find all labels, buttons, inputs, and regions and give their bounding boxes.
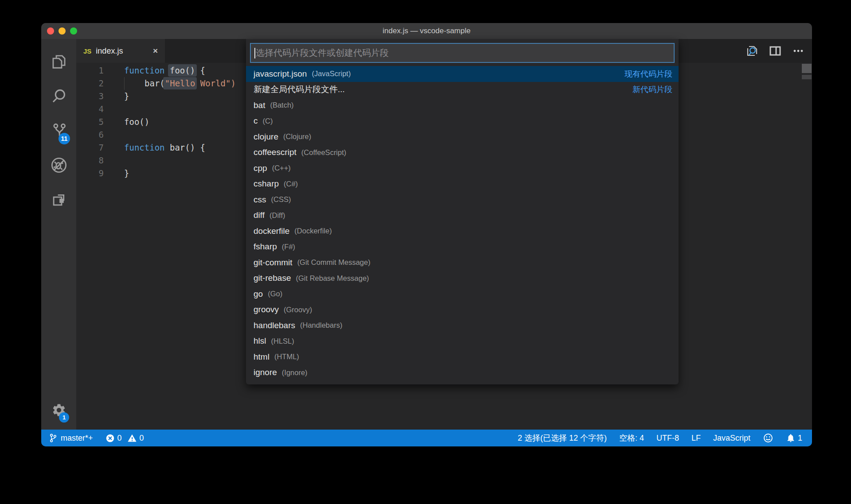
sidebar-item-source-control[interactable]: 11 (41, 113, 76, 148)
quickpick-item-description: (C#) (284, 180, 298, 188)
quickpick-item-name: cpp (254, 163, 267, 173)
eol-status[interactable]: LF (691, 434, 701, 443)
quickpick-item-description: (Dockerfile) (294, 227, 332, 235)
feedback-smiley-icon[interactable] (763, 433, 773, 443)
quickpick-item[interactable]: csharp(C#) (246, 176, 679, 192)
quickpick-item-description: (HTML) (274, 353, 299, 361)
sidebar-item-explorer[interactable] (41, 44, 76, 79)
quickpick-item-description: (Diff) (269, 211, 285, 220)
quickpick-item-description: (JavaScript) (312, 70, 351, 78)
quickpick-item-name: dockerfile (254, 226, 289, 236)
tab-close-icon[interactable]: × (153, 46, 158, 56)
title-bar[interactable]: index.js — vscode-sample (41, 23, 812, 39)
quickpick-item[interactable]: javascript.json(JavaScript)现有代码片段 (246, 66, 679, 82)
language-mode-status[interactable]: JavaScript (713, 434, 750, 443)
code-text: } (124, 90, 129, 103)
notification-count: 1 (798, 434, 802, 443)
quickpick-item-description: (Git Rebase Message) (296, 274, 369, 283)
quickpick-item[interactable]: git-rebase(Git Rebase Message) (246, 271, 679, 287)
source-control-badge: 11 (59, 133, 70, 144)
quickpick-item[interactable]: bat(Batch) (246, 97, 679, 113)
line-number: 3 (76, 90, 104, 103)
quickpick-item-name: ignore (254, 368, 277, 377)
code-text: function foo() { (124, 64, 205, 77)
quickpick-item[interactable]: coffeescript(CoffeeScript) (246, 145, 679, 161)
sidebar-item-search[interactable] (41, 79, 76, 113)
activity-bar: 11 (41, 39, 76, 430)
status-bar: master*+ 0 0 2 选择(已选择 12 个字符) 空格: 4 (41, 430, 812, 446)
traffic-lights (47, 27, 77, 35)
error-icon (105, 434, 115, 443)
quickpick-item-name: csharp (254, 179, 279, 189)
problems-status[interactable]: 0 0 (105, 434, 144, 443)
quick-pick-placeholder: 选择代码片段文件或创建代码片段 (256, 47, 389, 59)
quickpick-item-name: go (254, 289, 263, 299)
quickpick-item-name: javascript.json (254, 69, 307, 79)
quickpick-item-name: css (254, 195, 266, 205)
split-editor-icon[interactable] (768, 44, 782, 58)
quickpick-item[interactable]: go(Go) (246, 286, 679, 302)
quickpick-item-name: hlsl (254, 336, 266, 346)
quickpick-item[interactable]: c(C) (246, 113, 679, 129)
sidebar-item-extensions[interactable] (41, 182, 76, 217)
minimize-window-button[interactable] (59, 27, 66, 35)
quickpick-item-description: (F#) (282, 243, 295, 251)
quick-pick-input[interactable]: 选择代码片段文件或创建代码片段 (250, 43, 675, 63)
sidebar-item-debug[interactable] (41, 148, 76, 182)
quickpick-item-name: c (254, 116, 258, 126)
line-number: 8 (76, 154, 104, 167)
quickpick-item-description: (Handlebars) (300, 321, 342, 330)
search-icon (51, 88, 67, 105)
editor-area[interactable]: JS index.js × (76, 39, 812, 430)
line-number: 5 (76, 116, 104, 128)
quickpick-item[interactable]: git-commit(Git Commit Message) (246, 255, 679, 271)
notifications-status[interactable]: 1 (786, 433, 802, 443)
code-text: foo() (124, 116, 149, 128)
find-in-file-icon[interactable] (745, 44, 759, 58)
quickpick-item-action-label: 现有代码片段 (625, 69, 672, 79)
selection-status[interactable]: 2 选择(已选择 12 个字符) (518, 433, 607, 443)
line-number: 1 (76, 64, 104, 77)
quickpick-item-name: fsharp (254, 242, 277, 252)
quickpick-item[interactable]: fsharp(F#) (246, 239, 679, 255)
line-number: 2 (76, 77, 104, 90)
quickpick-item[interactable]: 新建全局代码片段文件...新代码片段 (246, 82, 679, 98)
quickpick-item-name: bat (254, 101, 265, 110)
quick-pick-list: javascript.json(JavaScript)现有代码片段新建全局代码片… (246, 66, 679, 380)
quickpick-item-description: (Batch) (270, 101, 293, 109)
quickpick-item[interactable]: html(HTML) (246, 349, 679, 365)
window-title: index.js — vscode-sample (383, 27, 470, 35)
quickpick-item-description: (Clojure) (283, 132, 311, 141)
zoom-window-button[interactable] (70, 27, 77, 35)
quickpick-item[interactable]: clojure(Clojure) (246, 129, 679, 145)
overview-ruler-mark (802, 75, 812, 79)
line-number: 6 (76, 128, 104, 141)
quickpick-item[interactable]: css(CSS) (246, 192, 679, 208)
text-cursor (254, 48, 255, 58)
quickpick-item-description: (HLSL) (271, 337, 294, 345)
quickpick-item[interactable]: diff(Diff) (246, 208, 679, 224)
manage-button[interactable]: 1 (41, 397, 76, 423)
debug-icon (50, 156, 68, 174)
more-actions-icon[interactable] (791, 44, 805, 58)
indentation-status[interactable]: 空格: 4 (619, 433, 644, 443)
editor-actions (745, 44, 805, 58)
quickpick-item-description: (Go) (268, 290, 282, 298)
vscode-window: index.js — vscode-sample (41, 23, 812, 446)
close-window-button[interactable] (47, 27, 54, 35)
extensions-icon (51, 191, 67, 208)
quickpick-item-name: diff (254, 210, 265, 220)
quickpick-item[interactable]: groovy(Groovy) (246, 302, 679, 318)
encoding-status[interactable]: UTF-8 (656, 434, 679, 443)
warning-icon (127, 434, 137, 443)
git-branch-status[interactable]: master*+ (49, 433, 93, 443)
quickpick-item[interactable]: dockerfile(Dockerfile) (246, 223, 679, 239)
code-text: } (124, 167, 129, 180)
quickpick-item[interactable]: ignore(Ignore) (246, 365, 679, 381)
quickpick-item[interactable]: hlsl(HLSL) (246, 333, 679, 349)
quickpick-item-name: 新建全局代码片段文件... (254, 84, 345, 95)
tab-index-js[interactable]: JS index.js × (76, 39, 165, 63)
quickpick-item[interactable]: handlebars(Handlebars) (246, 318, 679, 333)
code-text: function bar() { (124, 141, 205, 154)
quickpick-item[interactable]: cpp(C++) (246, 160, 679, 176)
